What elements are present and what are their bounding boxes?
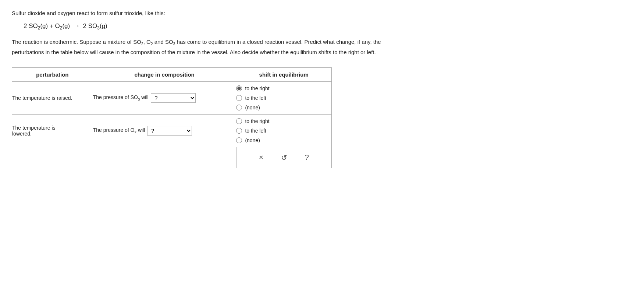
radio-option-right-1[interactable]: to the right [236, 85, 331, 91]
radio-option-left-1[interactable]: to the left [236, 95, 331, 101]
composition-select-2[interactable]: ? increase decrease stay the same [147, 126, 192, 136]
radio-option-none-2[interactable]: (none) [236, 137, 331, 143]
help-button[interactable]: ? [302, 152, 312, 163]
radio-group-1: to the right to the left (none) [236, 82, 331, 114]
composition-cell-1: The pressure of SO3 will ? increase decr… [93, 81, 236, 114]
composition-prefix-1: The pressure of SO3 will [93, 94, 149, 101]
composition-prefix-2: The pressure of O2 will [93, 127, 145, 134]
radio-label-left-2: to the left [245, 128, 266, 134]
equilibrium-cell-2: to the right to the left (none) [236, 114, 332, 147]
radio-label-left-1: to the left [245, 95, 266, 101]
chemical-equation: 2 SO2(g) + O2(g) → 2 SO3(g) [24, 22, 632, 31]
composition-select-1[interactable]: ? increase decrease stay the same [151, 93, 196, 103]
equilibrium-table: perturbation change in composition shift… [12, 67, 332, 147]
perturbation-text-1: The temperature is raised. [12, 95, 72, 101]
header-perturbation: perturbation [12, 67, 93, 81]
clear-button[interactable]: × [256, 152, 266, 163]
radio-right-2[interactable] [236, 118, 242, 124]
perturbation-text-2a: The temperature islowered. [12, 125, 56, 137]
radio-left-2[interactable] [236, 128, 242, 134]
composition-cell-2: The pressure of O2 will ? increase decre… [93, 114, 236, 147]
radio-left-1[interactable] [236, 95, 242, 101]
description-text: The reaction is exothermic. Suppose a mi… [12, 37, 632, 57]
reset-button[interactable]: ↺ [278, 152, 290, 164]
radio-label-none-2: (none) [245, 137, 260, 143]
table-row: The temperature is raised. The pressure … [12, 81, 332, 114]
equilibrium-cell-1: to the right to the left (none) [236, 81, 332, 114]
radio-group-2: to the right to the left (none) [236, 115, 331, 147]
radio-option-none-1[interactable]: (none) [236, 105, 331, 110]
action-bar: × ↺ ? [236, 147, 332, 168]
perturbation-cell-2: The temperature islowered. [12, 114, 93, 147]
table-row: The temperature islowered. The pressure … [12, 114, 332, 147]
header-composition: change in composition [93, 67, 236, 81]
radio-label-none-1: (none) [245, 105, 260, 110]
header-equilibrium: shift in equilibrium [236, 67, 332, 81]
radio-none-2[interactable] [236, 137, 242, 143]
perturbation-cell-1: The temperature is raised. [12, 81, 93, 114]
radio-label-right-2: to the right [245, 118, 269, 124]
radio-label-right-1: to the right [245, 85, 269, 91]
radio-right-1[interactable] [236, 85, 242, 91]
radio-option-right-2[interactable]: to the right [236, 118, 331, 124]
intro-line1: Sulfur dioxide and oxygen react to form … [12, 9, 632, 18]
radio-option-left-2[interactable]: to the left [236, 128, 331, 134]
radio-none-1[interactable] [236, 105, 242, 110]
